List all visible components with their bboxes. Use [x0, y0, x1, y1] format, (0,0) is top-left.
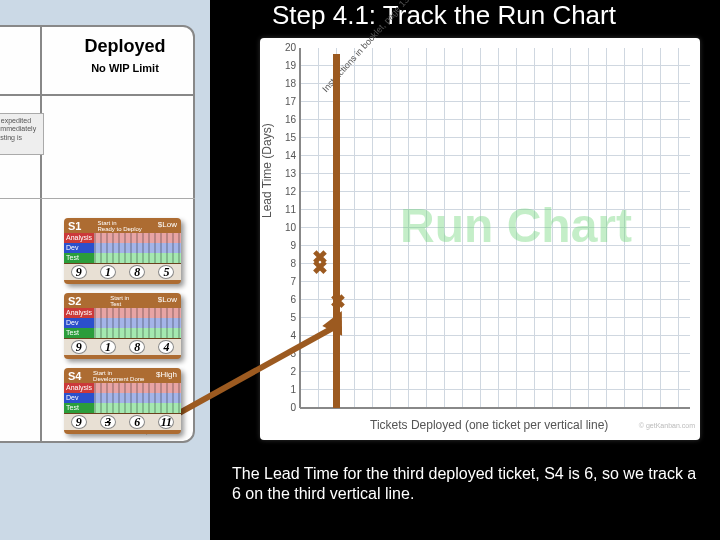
- card-priority: $Low: [158, 220, 177, 232]
- card-number: 6: [129, 415, 145, 429]
- card-number: 1: [100, 340, 116, 354]
- y-tick: 19: [278, 60, 296, 71]
- row-label: Analysis: [64, 308, 94, 318]
- y-tick: 6: [278, 294, 296, 305]
- step-title: Step 4.1: Track the Run Chart: [272, 0, 616, 31]
- card-number: 9: [71, 340, 87, 354]
- y-tick: 11: [278, 204, 296, 215]
- y-tick: 15: [278, 132, 296, 143]
- board-note: Deploy expedited tickets immediately aft…: [0, 113, 44, 155]
- y-tick: 5: [278, 312, 296, 323]
- card-numbers: 9184: [64, 338, 181, 355]
- data-point: ✖: [312, 256, 328, 279]
- card-number: 3: [100, 415, 116, 429]
- row-label: Analysis: [64, 233, 94, 243]
- card-id: S2: [68, 295, 81, 307]
- card-start: Start inDevelopment Done: [93, 370, 144, 382]
- y-axis: [299, 48, 301, 408]
- y-tick: 0: [278, 402, 296, 413]
- row-label: Test: [64, 253, 94, 263]
- y-tick: 7: [278, 276, 296, 287]
- card-number: 8: [129, 340, 145, 354]
- y-tick: 10: [278, 222, 296, 233]
- chart-credit: © getKanban.com: [639, 422, 695, 429]
- card-id: S1: [68, 220, 81, 232]
- story-card[interactable]: S2 Start inTest $Low Analysis Dev Test 9…: [64, 293, 181, 359]
- row-divider: [0, 198, 195, 199]
- card-number: 5: [158, 265, 174, 279]
- y-tick: 8: [278, 258, 296, 269]
- y-tick: 13: [278, 168, 296, 179]
- y-tick: 1: [278, 384, 296, 395]
- column-header: Deployed: [40, 36, 210, 57]
- card-number: 8: [129, 265, 145, 279]
- y-axis-label: Lead Time (Days): [260, 123, 274, 218]
- card-number: 4: [158, 340, 174, 354]
- card-number: 1: [100, 265, 116, 279]
- column-divider: [40, 25, 42, 443]
- card-start: Start inTest: [110, 295, 129, 307]
- row-label: Analysis: [64, 383, 94, 393]
- y-tick: 20: [278, 42, 296, 53]
- x-axis: [300, 407, 690, 409]
- y-tick: 17: [278, 96, 296, 107]
- card-priority: $Low: [158, 295, 177, 307]
- card-start: Start inReady to Deploy: [97, 220, 141, 232]
- story-card[interactable]: S4 Start inDevelopment Done $High Analys…: [64, 368, 181, 434]
- story-card[interactable]: S1 Start inReady to Deploy $Low Analysis…: [64, 218, 181, 284]
- card-numbers: 93611: [64, 413, 181, 430]
- row-label: Dev: [64, 393, 94, 403]
- y-tick: 9: [278, 240, 296, 251]
- card-priority: $High: [156, 370, 177, 382]
- wip-limit-text: No WIP Limit: [40, 62, 210, 74]
- card-numbers: 9185: [64, 263, 181, 280]
- row-label: Dev: [64, 318, 94, 328]
- step-caption: The Lead Time for the third deployed tic…: [232, 464, 702, 504]
- highlight-bar: [333, 54, 340, 408]
- card-number: 9: [71, 265, 87, 279]
- row-divider: [0, 94, 195, 96]
- card-number: 11: [158, 415, 174, 429]
- y-tick: 2: [278, 366, 296, 377]
- row-label: Dev: [64, 243, 94, 253]
- y-tick: 12: [278, 186, 296, 197]
- y-tick: 16: [278, 114, 296, 125]
- y-tick: 4: [278, 330, 296, 341]
- chart-watermark: Run Chart: [400, 198, 632, 253]
- row-label: Test: [64, 403, 94, 413]
- y-tick: 18: [278, 78, 296, 89]
- row-label: Test: [64, 328, 94, 338]
- x-axis-label: Tickets Deployed (one ticket per vertica…: [370, 418, 608, 432]
- card-number: 9: [71, 415, 87, 429]
- y-tick: 14: [278, 150, 296, 161]
- card-id: S4: [68, 370, 81, 382]
